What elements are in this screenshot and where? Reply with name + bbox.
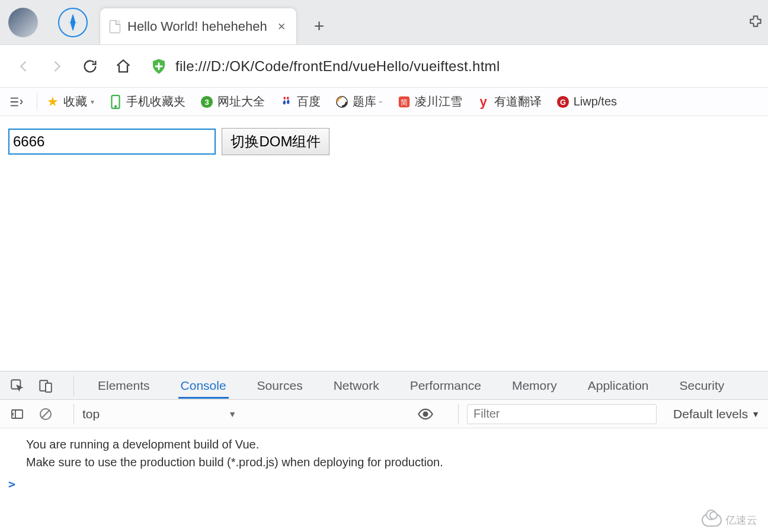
bookmark-favorites[interactable]: ★ 收藏 ▾	[46, 94, 94, 110]
home-button[interactable]	[107, 50, 140, 83]
tab-strip: Hello World! heheheheh × +	[0, 0, 768, 45]
site-icon	[335, 95, 349, 109]
filter-box	[467, 404, 657, 424]
clear-console-icon[interactable]	[37, 405, 55, 423]
toggle-dom-button[interactable]: 切换DOM组件	[222, 128, 329, 155]
bookmark-label: Liwp/tes	[574, 95, 617, 108]
avatar[interactable]	[8, 8, 38, 37]
svg-point-1	[115, 105, 116, 107]
star-icon: ★	[46, 95, 60, 109]
back-button[interactable]	[7, 50, 40, 83]
watermark-text: 亿速云	[725, 513, 757, 527]
bookmark-item[interactable]: G Liwp/tes	[556, 95, 617, 109]
bookmark-suffix: -	[379, 95, 383, 108]
console-line: You are running a development build of V…	[26, 435, 761, 453]
svg-text:3: 3	[204, 97, 209, 106]
console-prompt[interactable]: >	[8, 475, 15, 493]
reload-button[interactable]	[73, 50, 107, 83]
site-icon: 简	[397, 95, 411, 109]
bookmark-label: 网址大全	[217, 94, 265, 110]
bookmark-label: 收藏	[63, 94, 87, 110]
tab-elements[interactable]: Elements	[95, 373, 152, 399]
security-shield-icon[interactable]	[149, 57, 168, 76]
log-levels-selector[interactable]: Default levels ▼	[673, 407, 760, 421]
svg-rect-14	[12, 410, 23, 418]
tab-memory[interactable]: Memory	[510, 373, 559, 399]
tab-security[interactable]: Security	[677, 373, 727, 399]
bookmark-label: 题库	[353, 94, 376, 110]
bookmark-label: 凌川江雪	[415, 94, 462, 110]
svg-text:简: 简	[401, 98, 408, 106]
separator	[73, 376, 74, 396]
chevron-down-icon: ▾	[91, 98, 94, 106]
bookmark-label: 有道翻译	[494, 94, 542, 110]
tab-performance[interactable]: Performance	[408, 373, 484, 399]
inspect-icon[interactable]	[8, 377, 26, 395]
tab-sources[interactable]: Sources	[255, 373, 305, 399]
svg-point-16	[424, 412, 428, 416]
watermark: 亿速云	[702, 513, 757, 527]
page-icon	[110, 20, 120, 33]
console-line: Make sure to use the production build (*…	[26, 453, 761, 471]
phone-icon	[108, 95, 123, 109]
tab-title: Hello World! heheheheh	[127, 19, 267, 34]
bookmark-item[interactable]: 3 网址大全	[200, 94, 265, 110]
chevron-down-icon: ▼	[228, 409, 236, 419]
baidu-icon	[279, 95, 293, 109]
sidebar-toggle-icon[interactable]	[9, 97, 23, 107]
tab-application[interactable]: Application	[585, 373, 651, 399]
browser-home-icon[interactable]	[58, 8, 88, 37]
console-sidebar-icon[interactable]	[8, 405, 26, 423]
live-expression-icon[interactable]	[417, 405, 434, 423]
bookmark-item[interactable]: 题库 -	[335, 94, 383, 110]
context-label: top	[82, 407, 100, 421]
cloud-icon	[702, 514, 722, 527]
svg-point-4	[283, 97, 286, 100]
context-selector[interactable]: top ▼	[82, 407, 236, 421]
youdao-icon: y	[476, 95, 491, 109]
forward-button[interactable]	[40, 50, 73, 83]
svg-rect-13	[46, 383, 52, 392]
console-output[interactable]: You are running a development build of V…	[0, 428, 768, 532]
browser-tab[interactable]: Hello World! heheheheh ×	[100, 8, 297, 44]
bookmarks-bar: ★ 收藏 ▾ 手机收藏夹 3 网址大全 百度 题库 - 简 凌川江雪 y 有道翻…	[0, 88, 768, 116]
new-tab-button[interactable]: +	[297, 8, 342, 44]
separator	[37, 93, 37, 111]
separator	[73, 404, 74, 424]
svg-point-5	[287, 97, 289, 100]
tab-network[interactable]: Network	[331, 373, 382, 399]
nav-bar: file:///D:/OK/Code/frontEnd/vueHello/vue…	[0, 45, 768, 88]
url-text[interactable]: file:///D:/OK/Code/frontEnd/vueHello/vue…	[175, 58, 500, 75]
console-toolbar: top ▼ Default levels ▼	[0, 400, 768, 428]
bookmark-item[interactable]: y 有道翻译	[476, 94, 542, 110]
levels-label: Default levels	[673, 407, 748, 421]
extensions-icon[interactable]	[748, 14, 763, 32]
gitee-icon: G	[556, 95, 570, 109]
bookmark-item[interactable]: 手机收藏夹	[108, 94, 185, 110]
bookmark-label: 手机收藏夹	[126, 94, 185, 110]
site-icon: 3	[200, 95, 214, 109]
page-content: 切换DOM组件	[0, 116, 768, 167]
chevron-down-icon: ▼	[751, 409, 760, 419]
tab-console[interactable]: Console	[178, 373, 229, 399]
devtools-panel: Elements Console Sources Network Perform…	[0, 371, 768, 532]
devtools-tab-bar: Elements Console Sources Network Perform…	[0, 371, 768, 400]
bookmark-item[interactable]: 百度	[279, 94, 321, 110]
svg-text:G: G	[560, 97, 566, 106]
bookmark-item[interactable]: 简 凌川江雪	[397, 94, 462, 110]
separator	[458, 404, 459, 424]
device-toggle-icon[interactable]	[37, 377, 55, 395]
filter-input[interactable]	[467, 404, 657, 424]
close-icon[interactable]: ×	[278, 19, 286, 34]
bookmark-label: 百度	[297, 94, 321, 110]
text-input[interactable]	[8, 129, 216, 155]
